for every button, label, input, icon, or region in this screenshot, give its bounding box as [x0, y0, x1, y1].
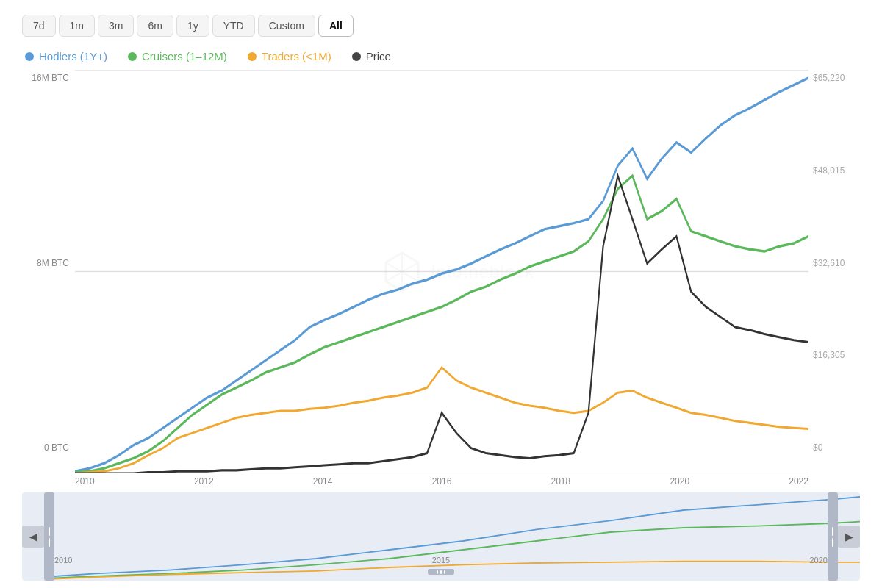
legend-dot [128, 52, 137, 61]
legend-dot [25, 52, 34, 61]
time-btn-all[interactable]: All [318, 15, 354, 37]
main-chart-area: 16M BTC8M BTC0 BTC intotheblock [22, 70, 860, 473]
legend-item-traders-(<1m): Traders (<1M) [248, 50, 331, 62]
time-btn-6m[interactable]: 6m [137, 15, 173, 37]
y-axis-left-label: 0 BTC [22, 442, 75, 453]
time-btn-3m[interactable]: 3m [98, 15, 134, 37]
watermark-text: intotheblock [431, 262, 534, 282]
watermark: intotheblock [380, 250, 534, 294]
legend-item-price: Price [352, 50, 391, 62]
y-axis-right: $65,220$48,015$32,610$16,305$0 [808, 70, 860, 473]
legend-label: Traders (<1M) [262, 50, 331, 62]
navigator-handle-left[interactable] [44, 492, 54, 581]
navigator-handle-right[interactable] [828, 492, 838, 581]
y-axis-right-label: $48,015 [808, 165, 860, 176]
y-axis-right-label: $0 [808, 442, 860, 453]
y-axis-left-label: 8M BTC [22, 258, 75, 268]
y-axis-right-label: $32,610 [808, 258, 860, 268]
legend-item-cruisers-(1–12m): Cruisers (1–12M) [128, 50, 227, 62]
x-axis-label: 2022 [789, 476, 808, 487]
navigator-svg [22, 492, 860, 581]
main-container: 7d1m3m6m1yYTDCustomAll Hodlers (1Y+)Crui… [0, 0, 882, 588]
legend-dot [352, 52, 361, 61]
nav-year-label: 2020 [810, 556, 828, 564]
y-axis-right-label: $65,220 [808, 73, 860, 83]
nav-year-label: 2015 [432, 556, 450, 564]
legend-item-hodlers-(1y+): Hodlers (1Y+) [25, 50, 107, 62]
time-btn-custom[interactable]: Custom [258, 15, 315, 37]
navigator: 201020152020 ◀ ▶ [22, 492, 860, 581]
x-axis-label: 2018 [551, 476, 571, 487]
y-axis-left-label: 16M BTC [22, 73, 75, 83]
chart-svg-container: intotheblock [75, 70, 808, 473]
time-btn-ytd[interactable]: YTD [212, 15, 255, 37]
y-axis-left: 16M BTC8M BTC0 BTC [22, 70, 75, 473]
time-btn-7d[interactable]: 7d [22, 15, 56, 37]
x-axis-label: 2014 [313, 476, 333, 487]
chart-wrapper: 16M BTC8M BTC0 BTC intotheblock [22, 70, 860, 581]
legend-label: Hodlers (1Y+) [39, 50, 107, 62]
x-axis-label: 2012 [194, 476, 214, 487]
x-axis-label: 2020 [670, 476, 689, 487]
time-btn-1y[interactable]: 1y [176, 15, 209, 37]
nav-year-labels: 201020152020 [54, 556, 828, 564]
navigator-scroll-left[interactable]: ◀ [22, 526, 44, 548]
navigator-drag[interactable] [428, 569, 454, 575]
x-axis-label: 2016 [432, 476, 452, 487]
x-axis-label: 2010 [75, 476, 95, 487]
legend-dot [248, 52, 257, 61]
legend-label: Cruisers (1–12M) [142, 50, 227, 62]
x-axis: 2010201220142016201820202022 [75, 473, 808, 487]
time-controls: 7d1m3m6m1yYTDCustomAll [22, 15, 860, 37]
navigator-scroll-right[interactable]: ▶ [838, 526, 860, 548]
y-axis-right-label: $16,305 [808, 350, 860, 360]
nav-year-label: 2010 [54, 556, 72, 564]
legend: Hodlers (1Y+)Cruisers (1–12M)Traders (<1… [22, 50, 860, 62]
time-btn-1m[interactable]: 1m [59, 15, 95, 37]
legend-label: Price [366, 50, 391, 62]
